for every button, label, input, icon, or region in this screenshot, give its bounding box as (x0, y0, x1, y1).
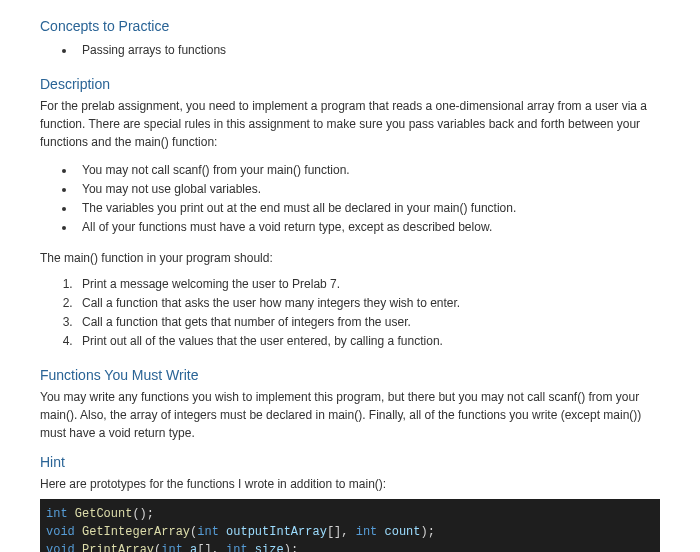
code-var: count (377, 525, 420, 539)
list-item: You may not use global variables. (76, 180, 660, 198)
code-func: GetIntegerArray (82, 525, 190, 539)
code-text: [], (197, 543, 226, 552)
list-item: Print out all of the values that the use… (76, 332, 660, 350)
code-type: void (46, 525, 75, 539)
description-intro: For the prelab assignment, you need to i… (40, 97, 660, 151)
hint-body: Here are prototypes for the functions I … (40, 475, 660, 493)
code-func: PrintArray (82, 543, 154, 552)
code-type: int (197, 525, 219, 539)
code-var: a (183, 543, 197, 552)
code-type: void (46, 543, 75, 552)
rules-list: You may not call scanf() from your main(… (76, 159, 660, 241)
code-block: int GetCount(); void GetIntegerArray(int… (40, 499, 660, 552)
code-type: int (226, 543, 248, 552)
list-item: You may not call scanf() from your main(… (76, 161, 660, 179)
functions-heading: Functions You Must Write (40, 365, 660, 386)
concepts-list: Passing arrays to functions (76, 39, 660, 64)
code-type: int (46, 507, 68, 521)
list-item: All of your functions must have a void r… (76, 218, 660, 236)
code-text: ); (421, 525, 435, 539)
code-text: [], (327, 525, 356, 539)
code-type: int (356, 525, 378, 539)
list-item: Print a message welcoming the user to Pr… (76, 275, 660, 293)
main-steps-list: Print a message welcoming the user to Pr… (76, 273, 660, 355)
list-item: Call a function that gets that number of… (76, 313, 660, 331)
list-item: Passing arrays to functions (76, 41, 660, 59)
description-heading: Description (40, 74, 660, 95)
functions-body: You may write any functions you wish to … (40, 388, 660, 442)
main-intro: The main() function in your program shou… (40, 249, 660, 267)
code-func: GetCount (75, 507, 133, 521)
code-text: ); (284, 543, 298, 552)
code-type: int (161, 543, 183, 552)
code-var: size (248, 543, 284, 552)
code-text: (); (132, 507, 154, 521)
code-var: outputIntArray (219, 525, 327, 539)
list-item: Call a function that asks the user how m… (76, 294, 660, 312)
list-item: The variables you print out at the end m… (76, 199, 660, 217)
hint-heading: Hint (40, 452, 660, 473)
concepts-heading: Concepts to Practice (40, 16, 660, 37)
